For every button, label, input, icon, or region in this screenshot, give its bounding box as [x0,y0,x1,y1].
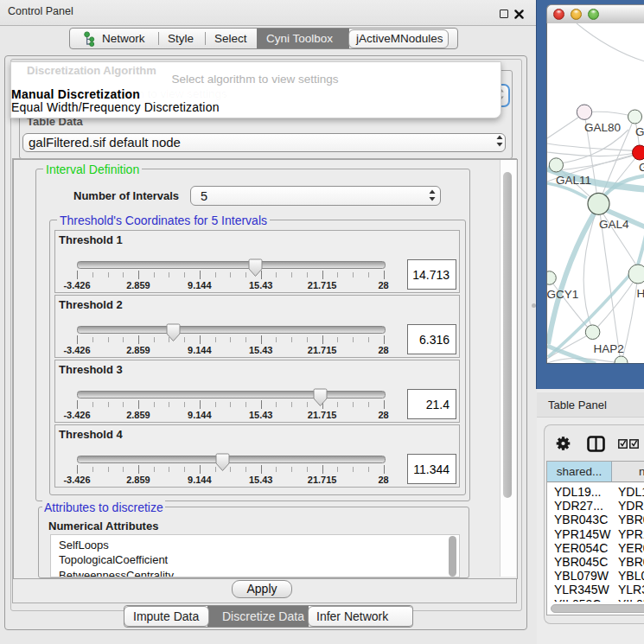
svg-text:GAL11: GAL11 [556,174,591,187]
svg-text:GA: GA [635,125,644,138]
svg-text:GAL4: GAL4 [599,218,629,231]
svg-text:GAL80: GAL80 [584,121,621,134]
svg-text:H: H [637,287,644,300]
svg-text:GCY1: GCY1 [547,288,578,301]
svg-text:HAP2: HAP2 [594,342,624,355]
svg-text:GA: GA [639,161,644,174]
